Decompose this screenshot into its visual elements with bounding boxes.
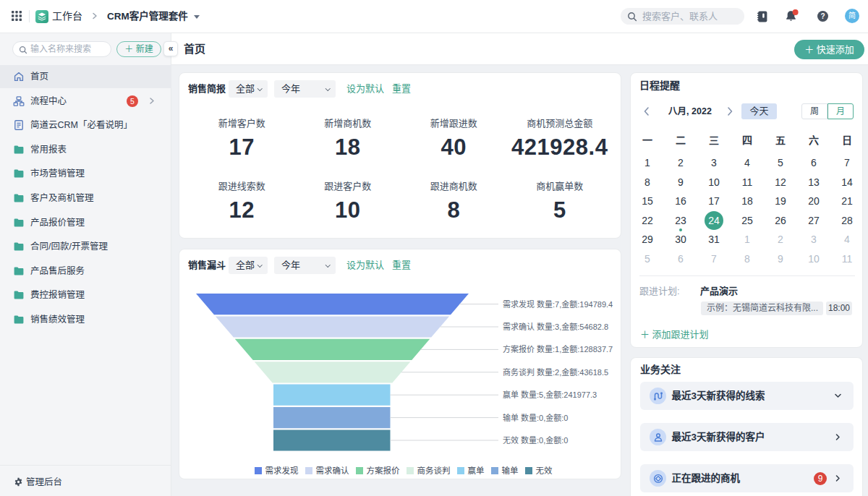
svg-text:商务谈判 数量:2,金额:43618.5: 商务谈判 数量:2,金额:43618.5 [503, 367, 608, 377]
svg-text:需求发现 数量:7,金额:194789.4: 需求发现 数量:7,金额:194789.4 [503, 299, 613, 309]
svg-text:需求确认 数量:3,金额:54682.8: 需求确认 数量:3,金额:54682.8 [503, 322, 608, 331]
svg-text:方案报价 数量:1,金额:128837.7: 方案报价 数量:1,金额:128837.7 [503, 344, 613, 354]
svg-text:无效 数量:0,金额:0: 无效 数量:0,金额:0 [503, 435, 568, 445]
svg-text:输单 数量:0,金额:0: 输单 数量:0,金额:0 [503, 413, 568, 422]
svg-text:赢单 数量:5,金额:241977.3: 赢单 数量:5,金额:241977.3 [503, 390, 597, 399]
